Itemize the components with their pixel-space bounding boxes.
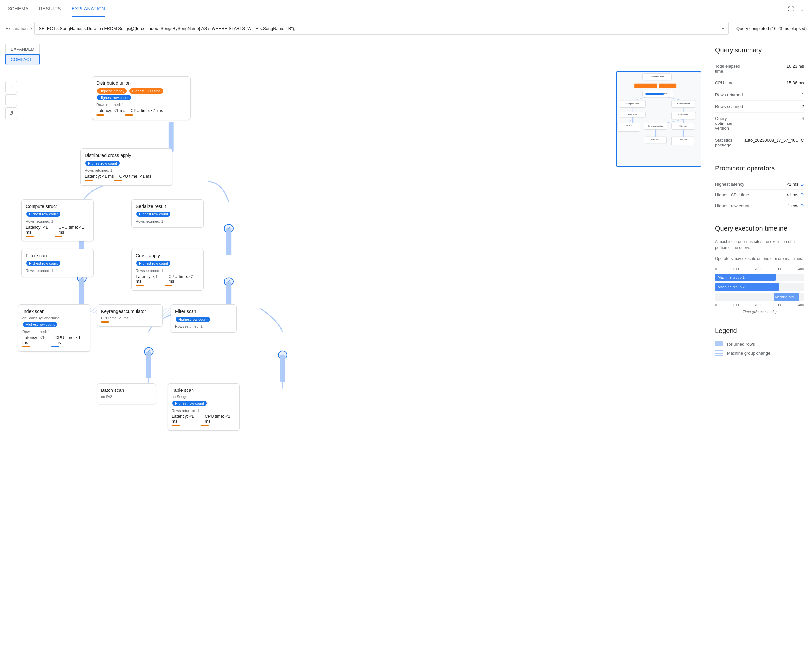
timeline-bar-fill-3: Machine grou [774, 293, 799, 301]
svg-text:✓: ✓ [226, 226, 231, 231]
prominent-row-count-value: 1 row [788, 203, 798, 208]
prominent-cpu-value: <1 ms [787, 193, 798, 197]
summary-row-cpu: CPU time 15.36 ms [715, 77, 804, 89]
timeline-desc-1: A machine group illustrates the executio… [715, 239, 804, 250]
latency-bar [136, 285, 144, 286]
prominent-operators-section: Prominent operators Highest latency <1 m… [715, 164, 804, 211]
summary-table: Total elapsed time 16.23 ms CPU time 15.… [715, 61, 804, 151]
node-bars [25, 236, 90, 237]
zoom-in-btn[interactable]: + [5, 81, 17, 93]
axis-400: 400 [798, 267, 804, 271]
execution-timeline-section: Query execution timeline A machine group… [715, 225, 804, 314]
query-input[interactable]: SELECT s.SongName, s.Duration FROM Songs… [34, 22, 729, 35]
axis-300: 300 [776, 267, 782, 271]
divider-3 [715, 321, 804, 322]
latency-label: Latency: <1 ms [172, 414, 200, 424]
node-distributed-union[interactable]: Distributed union Highest latency Highes… [92, 76, 191, 120]
node-stat-row: Latency: <1 ms CPU time: <1 ms [25, 225, 90, 235]
navigate-link-icon[interactable]: ⊙ [800, 192, 804, 197]
tab-results[interactable]: RESULTS [39, 1, 61, 17]
svg-rect-62 [683, 119, 684, 123]
zoom-out-btn[interactable]: − [5, 94, 17, 106]
chevron-down-icon[interactable]: ⌄ [799, 5, 804, 13]
navigate-link-icon[interactable]: ⊙ [800, 181, 804, 186]
node-subtitle: on SongsBySongName [22, 316, 86, 320]
node-batch-scan[interactable]: Batch scan on $v2 [97, 383, 156, 404]
svg-rect-32 [646, 93, 663, 95]
legend-item-rows: Returned rows [715, 341, 804, 347]
view-toggle: EXPANDED COMPACT [5, 44, 40, 65]
breadcrumb-bar: Explanation › SELECT s.SongName, s.Durat… [0, 19, 812, 39]
bar-label-3: Machine grou [775, 295, 795, 299]
expanded-view-btn[interactable]: EXPANDED [5, 44, 40, 54]
node-compute-struct[interactable]: Compute struct Highest row count Rows re… [21, 200, 94, 241]
minimap[interactable]: Distributed union Distributed cross appl… [616, 71, 701, 166]
node-keyrangeaccumulator[interactable]: Keyrangeaccumulator CPU time: <1 ms [97, 305, 162, 327]
tab-explanation[interactable]: EXPLANATION [72, 1, 105, 17]
diagram-connectors: ✓ ✓ ✓ ✓ [0, 39, 707, 670]
axis-100: 100 [733, 267, 739, 271]
badge-highest-row: Highest row count [173, 401, 206, 406]
svg-rect-41 [617, 123, 640, 132]
zoom-reset-btn[interactable]: ↺ [5, 107, 17, 119]
cpu-label: CPU time: <1 ms [169, 274, 200, 284]
cpu-label: CPU time: <1 ms [131, 108, 163, 113]
svg-text:✓: ✓ [281, 352, 285, 358]
legend-section: Legend Returned rows Machine group chang… [715, 327, 804, 356]
divider-1 [715, 159, 804, 159]
timeline-bar-track-3: Machine grou [715, 293, 804, 301]
summary-row-elapsed: Total elapsed time 16.23 ms [715, 61, 804, 77]
latency-label: Latency: <1 ms [85, 174, 114, 179]
right-panel: Query summary Total elapsed time 16.23 m… [707, 39, 812, 670]
stripe-3 [715, 355, 723, 356]
node-serialize-result[interactable]: Serialize result Highest row count Rows … [131, 200, 204, 228]
latency-bar [22, 346, 30, 347]
node-table-scan[interactable]: Table scan on Songs Highest row count Ro… [167, 383, 240, 431]
node-filter-scan-2[interactable]: Filter scan Highest row count Rows retur… [171, 305, 237, 333]
node-cross-apply[interactable]: Cross apply Highest row count Rows retur… [131, 249, 204, 291]
badge-highest-row: Highest row count [176, 316, 210, 322]
latency-label: Latency: <1 ms [96, 108, 125, 113]
diagram-canvas[interactable]: ✓ ✓ ✓ ✓ [0, 39, 707, 670]
summary-row-optimizer: Query optimizer version 4 [715, 113, 804, 134]
compact-view-btn[interactable]: COMPACT [5, 54, 40, 65]
timeline-bars: Machine group 1 Machine group 2 Machine … [715, 274, 804, 301]
cpu-label: CPU time: <1 ms [205, 414, 235, 424]
tab-schema[interactable]: SCHEMA [8, 1, 29, 17]
svg-rect-23 [146, 352, 151, 378]
svg-text:Cross apply: Cross apply [678, 113, 689, 115]
query-text: SELECT s.SongName, s.Duration FROM Songs… [39, 26, 722, 31]
node-title: Distributed union [96, 80, 186, 86]
node-filter-scan-1[interactable]: Filter scan Highest row count Rows retur… [21, 249, 94, 277]
node-title: Cross apply [136, 253, 200, 258]
node-title: Batch scan [101, 387, 152, 393]
node-bars [22, 346, 86, 347]
returned-rows-icon [715, 341, 723, 347]
legend-title: Legend [715, 327, 804, 335]
node-bars [85, 180, 168, 181]
node-rows: Rows returned: 1 [25, 269, 90, 272]
prominent-value: <1 ms ⊙ [787, 192, 804, 197]
svg-text:✓: ✓ [226, 279, 231, 284]
breadcrumb-link[interactable]: Explanation [5, 26, 27, 31]
summary-label: Rows scanned [715, 101, 744, 113]
node-title: Index scan [22, 309, 86, 314]
svg-rect-24 [280, 355, 285, 382]
prominent-latency-value: <1 ms [787, 182, 798, 186]
timeline-x-axis-label: Time (microseconds) [715, 310, 804, 314]
summary-label: CPU time [715, 77, 744, 89]
svg-text:Filter scan: Filter scan [680, 125, 687, 127]
timeline-bar-track-1: Machine group 1 [715, 274, 804, 281]
summary-value: auto_20230608_17_57_46UTC [744, 134, 804, 151]
axis-100-bottom: 100 [733, 303, 739, 307]
fullscreen-icon[interactable]: ⛶ [788, 5, 794, 13]
prominent-label: Highest CPU time [715, 193, 749, 197]
latency-bar [172, 425, 180, 426]
svg-line-57 [665, 119, 683, 123]
node-index-scan[interactable]: Index scan on SongsBySongName Highest ro… [18, 305, 90, 352]
prominent-row-row-count: Highest row count 1 row ⊙ [715, 200, 804, 211]
node-distributed-cross-apply[interactable]: Distributed cross apply Highest row coun… [81, 149, 173, 186]
node-rows: Rows returned: 1 [25, 219, 90, 223]
navigate-link-icon[interactable]: ⊙ [800, 203, 804, 208]
node-rows: Rows returned: 1 [175, 325, 232, 328]
